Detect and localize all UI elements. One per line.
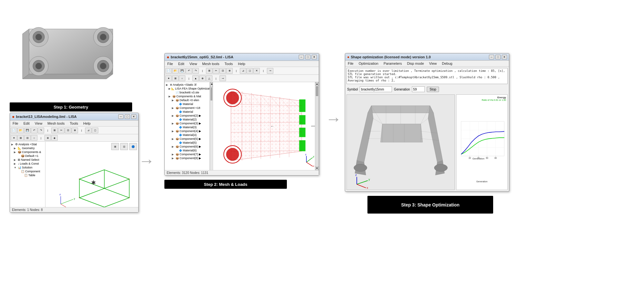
tree-geometry[interactable]: ▶📐 Geometry	[10, 146, 45, 150]
tree-table[interactable]: 📋 Table	[10, 173, 45, 177]
tb-c2[interactable]: ◻	[92, 128, 98, 133]
win2-tb2-b4[interactable]: ▲	[192, 75, 199, 81]
win2-tree-comp8[interactable]: ▶📦 Component(8) ▶	[165, 156, 210, 160]
opt-controls[interactable]: ─ □ ✕	[489, 55, 507, 59]
win2-tree-material5[interactable]: 🔷 Material(5)	[165, 141, 210, 145]
win2-tb-undo[interactable]: ↶	[186, 68, 192, 74]
win2-tree-default[interactable]: ▶📦 Default <0 elen	[165, 98, 210, 102]
opt-titlebar[interactable]: ● Shape optimization (licensed mode) ver…	[345, 53, 509, 61]
win2-tb-d1[interactable]: ⊸	[267, 68, 273, 74]
win1-minimize[interactable]: ─	[118, 114, 123, 119]
tree-solution[interactable]: ▼📊 Solution	[10, 166, 45, 169]
win2-tb-b4[interactable]: ⊕	[226, 68, 233, 74]
win2-menu-meshtools[interactable]: Mesh tools	[201, 62, 220, 66]
win2-tree-material4[interactable]: 🔷 Material(4)	[165, 133, 210, 137]
tb-c1[interactable]: ⊿	[85, 128, 92, 133]
win2-tree-material3[interactable]: 🔷 Material(3)	[165, 125, 210, 129]
win2-tb-c1[interactable]: ⊿	[240, 68, 246, 74]
win2-tb-b1[interactable]: ⊞	[206, 68, 212, 74]
win2-tb2-b7[interactable]: ⊸	[220, 75, 226, 81]
win1-controls[interactable]: ─ □ ✕	[118, 114, 136, 119]
opt-stop-btn[interactable]: Stop	[427, 87, 439, 92]
opt-symbol-input[interactable]	[360, 86, 392, 92]
win2-menu-edit[interactable]: Edit	[177, 62, 186, 66]
tb-open[interactable]: 📂	[17, 128, 24, 133]
win2-tb2-b6[interactable]: △	[206, 75, 212, 81]
tb-new[interactable]: 📄	[11, 128, 17, 133]
win2-tb-c2[interactable]: ◻	[247, 68, 253, 74]
win2-tree-comp6[interactable]: ▶📦 Component(6) ▶	[165, 145, 210, 148]
tree-component[interactable]: 📋 Component	[10, 169, 45, 173]
tb-b1[interactable]: ⊞	[51, 128, 58, 133]
win2-tb2-b5[interactable]: ⊕	[199, 75, 206, 81]
tb-save[interactable]: 💾	[24, 128, 31, 133]
opt-3d-view[interactable]: y x z	[346, 94, 455, 190]
vp-btn2[interactable]: ⊡	[120, 143, 128, 150]
win1-viewport[interactable]: ⊞ ⊡ 🔵 *	[45, 142, 138, 207]
win1-menu-help[interactable]: Help	[82, 121, 92, 126]
win2-tb-new[interactable]: 📄	[165, 68, 172, 74]
win2-sidebar-scroll[interactable]: ▲ ▼	[210, 82, 213, 170]
win2-tree-comp7[interactable]: ▶📦 Component(7) ▶	[165, 152, 210, 156]
opt-gen-input[interactable]	[412, 86, 425, 92]
win1-close[interactable]: ✕	[131, 114, 136, 119]
tb2-b3[interactable]: ⊟	[24, 135, 31, 141]
win2-tb-redo[interactable]: ↷	[192, 68, 199, 74]
win1-maximize[interactable]: □	[125, 114, 130, 119]
win2-menu-help[interactable]: Help	[237, 62, 247, 66]
win2-menu-tools[interactable]: Tools	[223, 62, 234, 66]
vp-btn1[interactable]: ⊞	[111, 143, 119, 150]
win2-vscroll[interactable]: ▲ ▼	[315, 82, 319, 170]
win2-tree-comp4[interactable]: ▶📦 Component(4) ▶	[165, 129, 210, 133]
win2-tree-comp2[interactable]: ▶📦 Component(2) ▶	[165, 114, 210, 118]
tb-redo[interactable]: ↷	[38, 128, 44, 133]
opt-maximize[interactable]: □	[495, 55, 501, 59]
tb-b3[interactable]: ⊡	[65, 128, 71, 133]
win2-tree-comp3[interactable]: ▶📦 Component(3) ▶	[165, 121, 210, 125]
win2-tree-material6[interactable]: 🔷 Material(6)	[165, 148, 210, 152]
win1-titlebar[interactable]: ● bracket13_LISAmodeling.liml - LISA ─ □…	[10, 113, 138, 120]
win2-tb-b3[interactable]: ⊡	[220, 68, 226, 74]
tree-default[interactable]: 📦 Default <1	[10, 154, 45, 158]
opt-menu-dispmode[interactable]: Disp mode	[406, 61, 425, 66]
win2-close[interactable]: ✕	[312, 55, 317, 59]
opt-close[interactable]: ✕	[502, 55, 507, 59]
win2-tree-material2[interactable]: 🔷 Material(2)	[165, 118, 210, 121]
win1-menu-tools[interactable]: Tools	[69, 121, 80, 126]
tree-loads[interactable]: ▶↓ Loads & Const	[10, 162, 45, 166]
tb-b4[interactable]: ⊕	[72, 128, 78, 133]
win2-tb-b2[interactable]: ✂	[213, 68, 219, 74]
tb2-b4[interactable]: ○	[31, 135, 37, 141]
win2-menu-view[interactable]: View	[188, 62, 199, 66]
win2-titlebar[interactable]: ● bracket6y15mm_optiG_S2.liml - LISA ─ □…	[165, 53, 319, 61]
win2-tb2-b3[interactable]: ○	[179, 75, 185, 81]
win2-menu-file[interactable]: File	[166, 62, 174, 66]
win2-tree-analysis[interactable]: ▶⚙ Analysis <Static 3l	[165, 83, 210, 87]
vp-btn3[interactable]: 🔵	[129, 143, 137, 150]
tree-analysis[interactable]: ▶⚙ Analysis <Stat	[10, 142, 45, 146]
tb-b2[interactable]: ✂	[58, 128, 64, 133]
win2-tb2-b1[interactable]: ✦	[165, 75, 172, 81]
opt-menu-view[interactable]: View	[428, 61, 438, 66]
opt-menu-file[interactable]: File	[346, 61, 355, 66]
tb2-b6[interactable]: ◈	[51, 135, 58, 141]
win2-tree-geometry[interactable]: ▶📐 LISA FEA Shape Optimization Workflow …	[165, 87, 210, 91]
win2-maximize[interactable]: □	[305, 55, 310, 59]
win2-tree-bracket[interactable]: 📄 bracket6 v3.ste	[165, 91, 210, 94]
opt-menu-parameters[interactable]: Parameters	[382, 61, 403, 66]
opt-minimize[interactable]: ─	[489, 55, 494, 59]
win1-menu-file[interactable]: File	[11, 121, 20, 126]
win1-menu-meshtools[interactable]: Mesh tools	[46, 121, 66, 126]
win1-menu-view[interactable]: View	[34, 121, 44, 126]
tree-components[interactable]: ▶📦 Components &	[10, 150, 45, 154]
tb2-b5[interactable]: ⊕	[44, 135, 51, 141]
win2-viewport[interactable]: y x z ←	[213, 82, 315, 170]
win2-tree-comp18[interactable]: ▶📦 Component <18	[165, 106, 210, 110]
win2-tree-material1[interactable]: 🔷 Material	[165, 110, 210, 114]
opt-menu-optimization[interactable]: Optimization	[357, 61, 380, 66]
tree-named[interactable]: ▶⊞ Named Select	[10, 158, 45, 162]
tb2-b2[interactable]: ⊞	[17, 135, 24, 141]
win2-minimize[interactable]: ─	[299, 55, 304, 59]
win2-tree-comp5[interactable]: ▶📦 Component(5) ▶	[165, 137, 210, 141]
win2-tb-c3[interactable]: ✕	[253, 68, 260, 74]
